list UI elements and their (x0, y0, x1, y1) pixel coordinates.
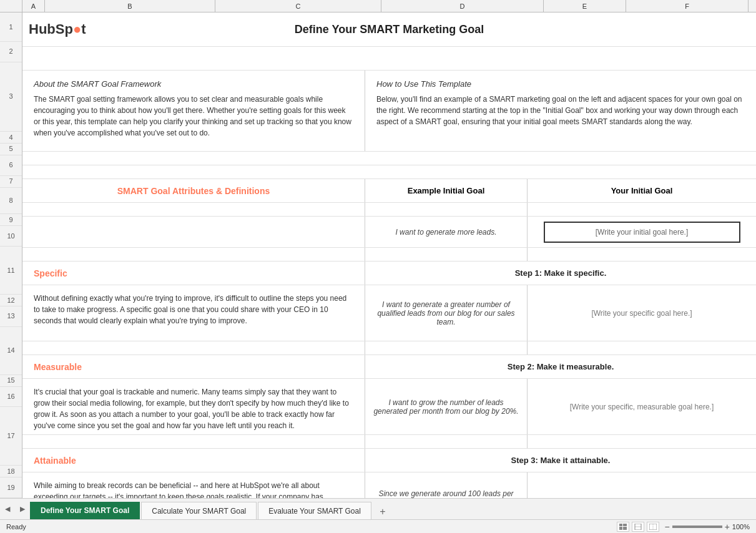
row-num-11: 11 (0, 247, 22, 295)
about-body: The SMART goal setting framework allows … (34, 94, 353, 139)
status-bar: Ready − + 100% (0, 519, 756, 533)
tab-calculate[interactable]: Calculate Your SMART Goal (141, 502, 257, 519)
step1-example-text: I want to generate a greater number of q… (365, 285, 528, 341)
step2-example-text: I want to grow the number of leads gener… (365, 379, 528, 434)
specific-title-cell: Specific (22, 262, 365, 285)
measurable-title-cell: Measurable (22, 355, 365, 378)
step1-yours-text[interactable]: [Write your specific goal here.] (528, 285, 756, 341)
smart-header-row: SMART Goal Attributes & Definitions Exam… (22, 179, 756, 203)
step3-title: Step 3: Make it attainable. (511, 456, 611, 465)
about-section: About the SMART Goal Framework The SMART… (22, 71, 365, 151)
row-num-1: 1 (0, 12, 22, 42)
row-num-18: 18 (0, 466, 22, 477)
yours-col-header: Your Initial Goal (528, 179, 756, 202)
col-header-a: A (22, 0, 45, 12)
step3-header-cell: Step 3: Make it attainable. (365, 449, 756, 472)
add-sheet-btn[interactable]: + (375, 504, 390, 519)
zoom-out-btn[interactable]: − (664, 522, 669, 532)
attainable-title: Attainable (34, 456, 76, 466)
example-col-header: Example Initial Goal (365, 179, 528, 202)
specific-header-row: Specific Step 1: Make it specific. (22, 262, 756, 285)
main-title: Define Your SMART Marketing Goal (295, 23, 484, 36)
spacer-row-2 (22, 47, 756, 71)
view-normal-icon[interactable] (617, 522, 629, 532)
spacer-row-7 (22, 203, 756, 217)
measurable-body-row: It's crucial that your goal is trackable… (22, 379, 756, 435)
spreadsheet-app: A B C D E F G 1 2 3 4 5 6 7 8 9 10 11 12… (0, 0, 756, 533)
attainable-body-text: While aiming to break records can be ben… (34, 481, 347, 498)
row-num-5: 5 (0, 144, 22, 155)
view-icons-group (617, 522, 659, 532)
tab-prev-btn[interactable]: ◀ (1, 503, 14, 516)
row-num-17: 17 (0, 407, 22, 466)
row-num-19: 19 (0, 477, 22, 498)
svg-rect-0 (619, 524, 622, 526)
tabs-bar: ◀ ▶ Define Your SMART Goal Calculate You… (0, 498, 756, 519)
smart-title: SMART Goal Attributes & Definitions (117, 186, 270, 196)
row-num-12: 12 (0, 295, 22, 306)
spacer-row-15 (22, 435, 756, 449)
spacer-row-9 (22, 248, 756, 262)
tabs-area: Define Your SMART Goal Calculate Your SM… (30, 499, 390, 519)
col-header-c: C (215, 0, 381, 12)
row-num-4: 4 (0, 132, 22, 144)
col-header-d: D (381, 0, 544, 12)
svg-rect-1 (623, 524, 627, 526)
col-header-b: B (45, 0, 215, 12)
row-numbers: 1 2 3 4 5 6 7 8 9 10 11 12 13 14 15 16 1… (0, 12, 22, 498)
tab-define[interactable]: Define Your SMART Goal (30, 502, 140, 519)
row-num-6: 6 (0, 155, 22, 176)
specific-title: Specific (34, 268, 67, 278)
attainable-title-cell: Attainable (22, 449, 365, 472)
zoom-in-btn[interactable]: + (725, 522, 730, 532)
specific-body-text: Without defining exactly what you're try… (34, 294, 346, 325)
col-header-e: E (544, 0, 626, 12)
col-header-f: F (626, 0, 749, 12)
measurable-body-text: It's crucial that your goal is trackable… (34, 388, 349, 430)
row-num-16: 16 (0, 387, 22, 408)
spacer-row-12 (22, 341, 756, 355)
tab-evaluate[interactable]: Evaluate Your SMART Goal (258, 502, 371, 519)
step1-title: Step 1: Make it specific. (515, 268, 607, 278)
step3-example-text: Since we generate around 100 leads per m… (365, 472, 528, 498)
zoom-level: 100% (732, 523, 750, 531)
title-row: HubSp ● t Define Your SMART Marketing Go… (22, 12, 756, 47)
column-headers: A B C D E F G (0, 0, 756, 12)
status-right: − + 100% (617, 522, 750, 532)
row-num-14: 14 (0, 327, 22, 375)
view-page-layout-icon[interactable] (632, 522, 644, 532)
step2-title: Step 2: Make it measurable. (508, 362, 614, 371)
zoom-area: − + 100% (664, 522, 750, 532)
info-sections-row: About the SMART Goal Framework The SMART… (22, 71, 756, 152)
how-to-body: Below, you'll find an example of a SMART… (376, 94, 745, 127)
specific-body-cell: Without defining exactly what you're try… (22, 285, 365, 341)
initial-example-text: I want to generate more leads. (365, 217, 528, 247)
logo-text-hub: HubSp (29, 21, 73, 37)
row-num-7: 7 (0, 176, 22, 188)
spacer-row-4 (22, 152, 756, 165)
status-text: Ready (6, 523, 26, 531)
row-num-13: 13 (0, 306, 22, 327)
step3-yours-text[interactable]: [Write your specific, measurable, attain… (528, 472, 756, 498)
row-num-3: 3 (0, 62, 22, 132)
svg-rect-3 (623, 527, 627, 530)
initial-goal-input[interactable]: [Write your initial goal here.] (544, 222, 740, 243)
hubspot-logo: HubSp ● t (29, 21, 86, 37)
initial-yours-cell[interactable]: [Write your initial goal here.] (528, 217, 756, 247)
initial-goal-row: I want to generate more leads. [Write yo… (22, 217, 756, 248)
attainable-body-row: While aiming to break records can be ben… (22, 472, 756, 498)
cells-area: HubSp ● t Define Your SMART Marketing Go… (22, 12, 756, 498)
logo-text-t: t (81, 21, 86, 37)
how-to-heading: How to Use This Template (376, 79, 745, 89)
zoom-slider[interactable] (672, 526, 722, 528)
row-num-9: 9 (0, 214, 22, 226)
step2-header-cell: Step 2: Make it measurable. (365, 355, 756, 378)
view-page-break-icon[interactable] (647, 522, 659, 532)
row-num-10: 10 (0, 226, 22, 247)
spacer-row-5 (22, 165, 756, 179)
step2-yours-text[interactable]: [Write your specific, measurable goal he… (528, 379, 756, 434)
col-header-g: G (749, 0, 756, 12)
tab-next-btn[interactable]: ▶ (16, 503, 29, 516)
initial-goal-left-spacer (22, 217, 365, 247)
logo-orange-dot: ● (73, 21, 81, 37)
